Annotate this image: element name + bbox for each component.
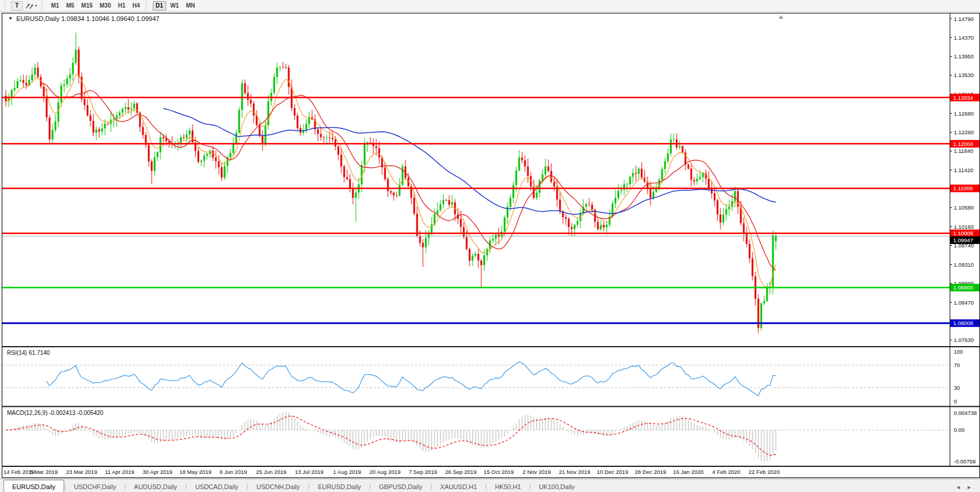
double-arrow-icon (25, 2, 34, 10)
svg-text:1.12680: 1.12680 (954, 110, 974, 117)
svg-text:1.13034: 1.13034 (953, 95, 973, 101)
chart-tab-1[interactable]: USDCHF,Daily (66, 481, 124, 492)
tabs-scroll-right-icon[interactable]: ► (967, 484, 972, 490)
svg-text:6 Jun 2019: 6 Jun 2019 (219, 469, 247, 475)
chart-title: EURUSD,Daily 1.09834 1.10046 1.09640 1.0… (16, 15, 159, 22)
svg-text:4 Feb 2020: 4 Feb 2020 (712, 469, 740, 475)
svg-text:16 Jan 2020: 16 Jan 2020 (673, 469, 704, 475)
svg-text:25 Jun 2019: 25 Jun 2019 (256, 469, 286, 475)
svg-text:1.09310: 1.09310 (954, 261, 974, 268)
chart-tab-5[interactable]: EURUSD,Daily (310, 481, 369, 492)
svg-text:30 Apr 2019: 30 Apr 2019 (142, 469, 172, 475)
timeframe-button-m30[interactable]: M30 (97, 1, 114, 11)
timeframe-button-mn[interactable]: MN (183, 1, 198, 11)
svg-text:11 Apr 2019: 11 Apr 2019 (105, 469, 135, 475)
svg-text:10 Dec 2019: 10 Dec 2019 (597, 469, 628, 475)
chart-tab-0[interactable]: EURUSD,Daily (4, 480, 64, 492)
svg-text:0: 0 (954, 398, 957, 404)
timeframe-button-h4[interactable]: H4 (130, 1, 143, 11)
svg-text:15 Oct 2019: 15 Oct 2019 (484, 469, 514, 475)
svg-text:5 Mar 2019: 5 Mar 2019 (30, 469, 58, 475)
timeframe-button-m5[interactable]: M5 (63, 1, 77, 11)
svg-text:1 Aug 2019: 1 Aug 2019 (333, 469, 361, 475)
chart-window: ▼ EURUSD,Daily 1.09834 1.10046 1.09640 1… (2, 13, 980, 478)
svg-text:100: 100 (954, 348, 963, 355)
svg-text:1.10008: 1.10008 (953, 230, 973, 236)
svg-text:2 Nov 2019: 2 Nov 2019 (523, 469, 551, 475)
cursor-tool-button[interactable]: ▾ (24, 1, 38, 11)
chart-tab-bar: EURUSD,Daily|USDCHF,Daily|AUDUSD,Daily|U… (0, 479, 980, 492)
toolbar-grip (41, 2, 46, 10)
svg-text:1.13950: 1.13950 (954, 53, 974, 60)
chart-tab-4[interactable]: USDCNH,Daily (248, 481, 308, 492)
rsi-label: RSI(14) 61.7140 (7, 350, 50, 356)
svg-text:30: 30 (954, 385, 960, 391)
svg-text:1.11420: 1.11420 (954, 167, 974, 173)
svg-text:70: 70 (954, 362, 960, 368)
svg-text:23 Mar 2019: 23 Mar 2019 (66, 469, 97, 475)
svg-text:1.12260: 1.12260 (954, 129, 974, 135)
svg-text:22 Feb 2020: 22 Feb 2020 (748, 469, 779, 475)
toolbar-grip (146, 2, 150, 10)
symbol-dropdown-icon[interactable]: ▼ (8, 16, 13, 21)
svg-text:1.13530: 1.13530 (954, 72, 974, 78)
svg-text:1.10580: 1.10580 (954, 204, 974, 211)
svg-text:13 Jul 2019: 13 Jul 2019 (295, 469, 323, 475)
timeframe-button-m15[interactable]: M15 (78, 1, 95, 11)
timeframe-button-m1[interactable]: M1 (48, 1, 62, 11)
svg-text:0.004738: 0.004738 (954, 410, 977, 416)
svg-text:1.14370: 1.14370 (954, 34, 974, 41)
svg-text:26 Sep 2019: 26 Sep 2019 (445, 469, 477, 475)
svg-text:1.08800: 1.08800 (953, 284, 973, 291)
svg-text:1.14790: 1.14790 (954, 16, 974, 22)
macd-label: MACD(12,26,9) -0.002413 -0.005420 (7, 410, 103, 416)
timeframe-button-h1[interactable]: H1 (115, 1, 128, 11)
toolbar-grip (4, 2, 8, 10)
chart-tab-3[interactable]: USDCAD,Daily (187, 481, 247, 492)
svg-text:21 Nov 2019: 21 Nov 2019 (559, 469, 590, 475)
text-tool-button[interactable]: T (11, 1, 23, 11)
svg-text:1.09947: 1.09947 (953, 237, 973, 243)
svg-text:1.08470: 1.08470 (954, 299, 974, 306)
svg-text:28 Dec 2019: 28 Dec 2019 (635, 469, 666, 475)
svg-text:1.11009: 1.11009 (953, 185, 973, 191)
chart-tab-8[interactable]: HK50,H1 (487, 481, 529, 492)
svg-text:1.08008: 1.08008 (953, 320, 973, 326)
svg-text:1.12004: 1.12004 (953, 141, 973, 147)
svg-text:7 Sep 2019: 7 Sep 2019 (409, 469, 438, 475)
chart-title-row: ▼ EURUSD,Daily 1.09834 1.10046 1.09640 1… (8, 15, 159, 22)
svg-text:1.07630: 1.07630 (954, 337, 974, 343)
timeframe-button-w1[interactable]: W1 (167, 1, 182, 11)
svg-text:20 Aug 2019: 20 Aug 2019 (369, 469, 400, 475)
top-toolbar: T ▾ M1M5M15M30H1H4D1W1MN (0, 0, 980, 12)
dropdown-caret-icon[interactable]: ▾ (35, 4, 37, 8)
chart-shift-marker (779, 15, 783, 19)
svg-text:-0.00758: -0.00758 (954, 458, 976, 465)
svg-text:18 May 2019: 18 May 2019 (180, 469, 212, 475)
timeframe-button-d1[interactable]: D1 (153, 1, 166, 11)
svg-text:1.11840: 1.11840 (954, 148, 974, 154)
chart-tab-2[interactable]: AUDUSD,Daily (126, 481, 186, 492)
tabs-scroll-left-icon[interactable]: ◄ (956, 484, 961, 490)
chart-tab-6[interactable]: GBPUSD,Daily (371, 481, 430, 492)
chart-canvas[interactable]: 1.147901.143701.139501.135301.131101.126… (2, 13, 979, 476)
chart-tab-9[interactable]: UK100,Daily (531, 481, 583, 492)
chart-tab-7[interactable]: XAUUSD,H1 (432, 481, 485, 492)
svg-text:0.00: 0.00 (954, 427, 965, 433)
svg-text:1.10160: 1.10160 (954, 224, 974, 230)
